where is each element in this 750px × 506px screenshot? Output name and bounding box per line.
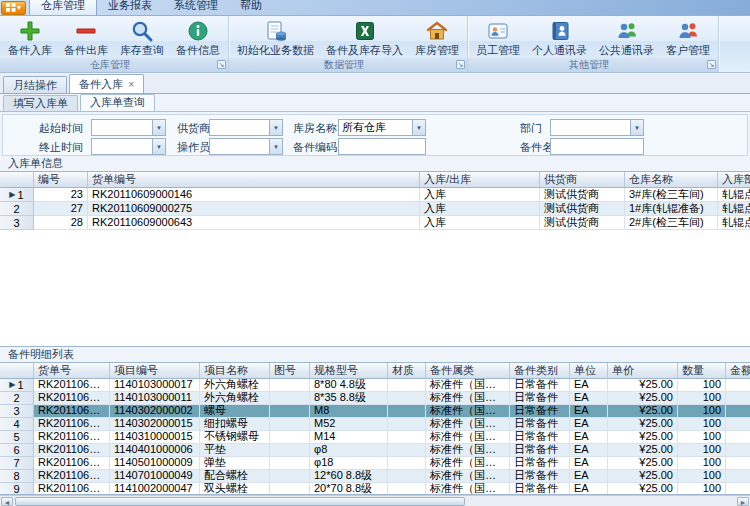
supplier-combo[interactable]: ▼ [209,119,283,136]
grid-cell[interactable]: EA [570,483,608,495]
grid-cell[interactable]: RK20110609000146 [34,392,110,405]
close-icon[interactable]: × [128,79,134,89]
grid-cell[interactable]: 入库 [420,202,540,216]
grid-cell[interactable] [388,405,426,418]
grid-cell[interactable]: φ8 [310,444,388,457]
row-header[interactable]: 5 [0,431,34,444]
stock-query-button[interactable]: 库存查询 [114,18,170,58]
grid-cell[interactable]: 100 [678,392,726,405]
grid-cell[interactable] [726,470,750,483]
grid-cell[interactable]: 20*70 8.8级 [310,483,388,495]
table-row[interactable]: 7RK201106090001461140501000009弹垫φ18标准件（国… [0,457,750,470]
grid-cell[interactable] [388,444,426,457]
grid-cell[interactable]: EA [570,405,608,418]
grid-cell[interactable]: 100 [678,483,726,495]
grid-cell[interactable]: 1140103000017 [110,379,200,392]
spare-in-button[interactable]: 备件入库 [2,18,58,58]
column-header[interactable]: 备件属类 [426,363,510,379]
app-menu-button[interactable]: ▾ [1,1,26,15]
public-contacts-button[interactable]: 公共通讯录 [593,18,660,58]
grid-cell[interactable] [270,392,310,405]
grid-cell[interactable] [388,392,426,405]
grid-cell[interactable] [270,431,310,444]
column-header[interactable]: 货单号 [34,363,110,379]
grid-cell[interactable] [388,483,426,495]
tab-order-query[interactable]: 入库单查询 [80,94,155,111]
grid-cell[interactable]: RK20110609000146 [88,188,420,202]
dialog-launcher-icon[interactable]: ↘ [707,60,716,69]
column-header[interactable]: 数量 [678,363,726,379]
grid-cell[interactable]: 不锈钢螺母 [200,431,270,444]
grid-cell[interactable]: 测试供货商 [540,202,625,216]
grid-cell[interactable]: 100 [678,444,726,457]
tab-spare-in[interactable]: 备件入库 × [69,74,144,93]
row-header[interactable]: ▶1 [0,188,34,202]
scrollbar-thumb[interactable] [15,497,465,506]
grid-cell[interactable]: 8*35 8.8级 [310,392,388,405]
grid-cell[interactable]: RK20110609000146 [34,418,110,431]
grid-cell[interactable] [726,418,750,431]
dialog-launcher-icon[interactable]: ↘ [217,60,226,69]
column-header[interactable]: 金额 [726,363,750,379]
grid-cell[interactable] [726,483,750,495]
row-header[interactable]: 6 [0,444,34,457]
spare-info-button[interactable]: 备件信息 [170,18,226,58]
grid-cell[interactable]: 12*60 8.8级 [310,470,388,483]
grid-cell[interactable] [726,392,750,405]
tab-fill-in-order[interactable]: 填写入库单 [3,95,78,111]
column-header[interactable]: 项目编号 [110,363,200,379]
grid-cell[interactable]: 1140401000006 [110,444,200,457]
grid-cell[interactable]: 标准件（国产） [426,457,510,470]
grid-cell[interactable]: 100 [678,457,726,470]
column-header[interactable]: 规格型号 [310,363,388,379]
grid-cell[interactable]: 日常备件 [510,405,570,418]
grid-cell[interactable]: 1141002000047 [110,483,200,495]
grid-cell[interactable] [388,470,426,483]
scroll-left-icon[interactable]: ◄ [1,497,13,506]
grid-cell[interactable]: EA [570,444,608,457]
grid-cell[interactable]: 配合螺栓 [200,470,270,483]
grid-cell[interactable]: ¥25.00 [608,431,678,444]
horizontal-scrollbar[interactable]: ◄ ► [0,495,750,506]
column-header[interactable]: 材质 [388,363,426,379]
grid-cell[interactable]: 日常备件 [510,379,570,392]
grid-cell[interactable] [270,457,310,470]
grid-cell[interactable]: ¥25.00 [608,457,678,470]
grid-cell[interactable]: 100 [678,431,726,444]
grid-cell[interactable] [388,379,426,392]
warehouse-combo[interactable]: 所有仓库 ▼ [338,119,426,136]
grid-cell[interactable]: 测试供货商 [540,188,625,202]
grid-cell[interactable]: 日常备件 [510,431,570,444]
grid-cell[interactable]: RK20110609000146 [34,444,110,457]
grid-cell[interactable] [726,379,750,392]
grid-cell[interactable]: 双头螺栓 [200,483,270,495]
end-date-combo[interactable]: ▼ [91,138,166,155]
grid-cell[interactable]: 标准件（国产） [426,392,510,405]
row-header[interactable]: 2 [0,202,34,216]
operator-combo[interactable]: ▼ [209,138,283,155]
grid-cell[interactable]: 1140701000049 [110,470,200,483]
grid-cell[interactable]: 8*80 4.8级 [310,379,388,392]
grid-cell[interactable]: 平垫 [200,444,270,457]
grid-cell[interactable]: M14 [310,431,388,444]
column-header[interactable]: 供货商 [540,172,625,188]
grid-cell[interactable]: 螺母 [200,405,270,418]
row-header[interactable]: 3 [0,405,34,418]
column-header[interactable]: 入库/出库 [420,172,540,188]
grid-cell[interactable]: 100 [678,405,726,418]
grid-cell[interactable]: EA [570,418,608,431]
row-header[interactable]: 3 [0,216,34,230]
grid-cell[interactable]: ¥25.00 [608,444,678,457]
row-header[interactable]: 9 [0,483,34,495]
grid-cell[interactable]: RK20110609000146 [34,431,110,444]
grid-cell[interactable]: ¥25.00 [608,418,678,431]
grid-cell[interactable]: 弹垫 [200,457,270,470]
column-header[interactable]: 仓库名称 [625,172,718,188]
grid-cell[interactable]: ¥25.00 [608,379,678,392]
grid-cell[interactable] [726,405,750,418]
ribbon-tab-warehouse[interactable]: 仓库管理 [29,0,97,15]
grid-cell[interactable]: 标准件（国产） [426,418,510,431]
grid-cell[interactable] [270,418,310,431]
grid-cell[interactable]: RK20110609000643 [88,216,420,230]
grid-cell[interactable]: 27 [34,202,88,216]
